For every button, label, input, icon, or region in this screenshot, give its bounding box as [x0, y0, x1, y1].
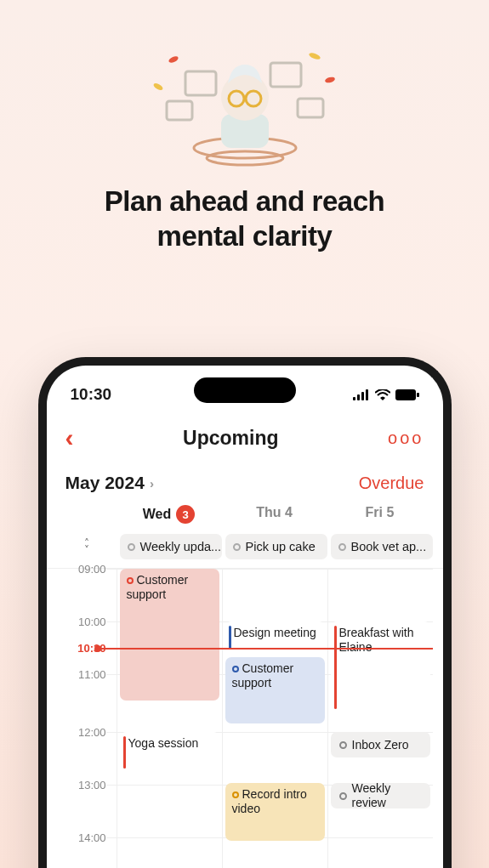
- calendar-event[interactable]: Record intro video: [225, 783, 325, 841]
- today-badge: 3: [176, 505, 195, 524]
- task-circle-icon: [233, 543, 241, 551]
- time-label: 11:00: [78, 668, 106, 681]
- svg-rect-18: [395, 389, 416, 400]
- day-column-wed[interactable]: Customer supportYoga session: [117, 569, 222, 868]
- allday-task-fri[interactable]: Book vet ap...: [331, 534, 433, 559]
- task-circle-icon: [128, 543, 135, 551]
- allday-task-thu[interactable]: Pick up cake: [225, 534, 327, 559]
- phone-frame: 10:30 ‹ Upcoming ooo May 2024 › Overdue …: [38, 357, 452, 868]
- day-header-thu[interactable]: Thu 4: [222, 505, 327, 524]
- headline-line-2: mental clarity: [157, 220, 333, 252]
- svg-rect-15: [357, 394, 360, 400]
- hero-headline: Plan ahead and reach mental clarity: [0, 184, 489, 254]
- cellular-icon: [353, 389, 370, 400]
- status-time: 10:30: [71, 385, 112, 404]
- calendar-event[interactable]: Inbox Zero: [331, 732, 430, 757]
- svg-point-12: [324, 77, 335, 84]
- time-label: 14:00: [78, 831, 106, 844]
- day-headers: Wed 3 Thu 4 Fri 5: [47, 505, 443, 529]
- chevron-down-icon: ˅: [84, 547, 89, 553]
- time-column: 09:00 10:00 10:30 11:00 12:00 13:00 14:0…: [57, 569, 117, 868]
- svg-rect-7: [270, 63, 301, 87]
- svg-point-10: [168, 55, 179, 65]
- time-label: 13:00: [78, 779, 106, 791]
- day-header-fri[interactable]: Fri 5: [327, 505, 433, 524]
- hero-illustration: [134, 20, 355, 173]
- calendar-event[interactable]: Weekly review: [331, 783, 430, 808]
- month-selector[interactable]: May 2024 ›: [65, 473, 154, 493]
- calendar-event[interactable]: Yoga session: [120, 732, 219, 773]
- svg-rect-9: [298, 99, 323, 117]
- month-label-text: May 2024: [65, 473, 145, 493]
- day-header-wed[interactable]: Wed 3: [117, 505, 222, 524]
- time-label: 09:00: [78, 563, 106, 576]
- hero-section: Plan ahead and reach mental clarity: [0, 0, 489, 254]
- headline-line-1: Plan ahead and reach: [105, 185, 384, 217]
- day-column-thu[interactable]: Design meetingCustomer supportRecord int…: [222, 569, 327, 868]
- svg-rect-16: [361, 392, 364, 400]
- dynamic-island: [194, 377, 296, 403]
- month-header: May 2024 › Overdue: [47, 459, 443, 505]
- calendar-event[interactable]: Customer support: [225, 657, 325, 723]
- overdue-link[interactable]: Overdue: [359, 474, 424, 493]
- calendar-grid[interactable]: 09:00 10:00 10:30 11:00 12:00 13:00 14:0…: [47, 569, 443, 868]
- page-title: Upcoming: [183, 427, 278, 450]
- current-time-indicator: [98, 648, 433, 650]
- task-circle-icon: [338, 543, 346, 551]
- back-button[interactable]: ‹: [65, 425, 74, 451]
- expand-toggle[interactable]: ˄ ˅: [57, 540, 117, 554]
- svg-rect-14: [353, 397, 355, 400]
- battery-icon: [395, 389, 419, 400]
- wifi-icon: [375, 389, 390, 400]
- svg-rect-8: [167, 101, 192, 120]
- calendar-event[interactable]: Breakfast with Elaine: [331, 621, 430, 713]
- svg-point-13: [152, 82, 163, 91]
- svg-rect-19: [417, 393, 419, 397]
- calendar-event[interactable]: Customer support: [120, 569, 219, 701]
- time-label: 12:00: [78, 726, 106, 739]
- navigation-bar: ‹ Upcoming ooo: [47, 410, 443, 459]
- day-column-fri[interactable]: Breakfast with ElaineInbox ZeroWeekly re…: [327, 569, 433, 868]
- svg-rect-6: [185, 71, 216, 95]
- day-short: Wed: [143, 507, 171, 522]
- allday-task-wed[interactable]: Weekly upda...: [120, 534, 222, 559]
- more-options-button[interactable]: ooo: [388, 428, 424, 448]
- time-label: 10:00: [78, 616, 106, 628]
- svg-point-11: [308, 52, 321, 60]
- chevron-right-icon: ›: [150, 476, 154, 491]
- svg-rect-17: [366, 389, 368, 400]
